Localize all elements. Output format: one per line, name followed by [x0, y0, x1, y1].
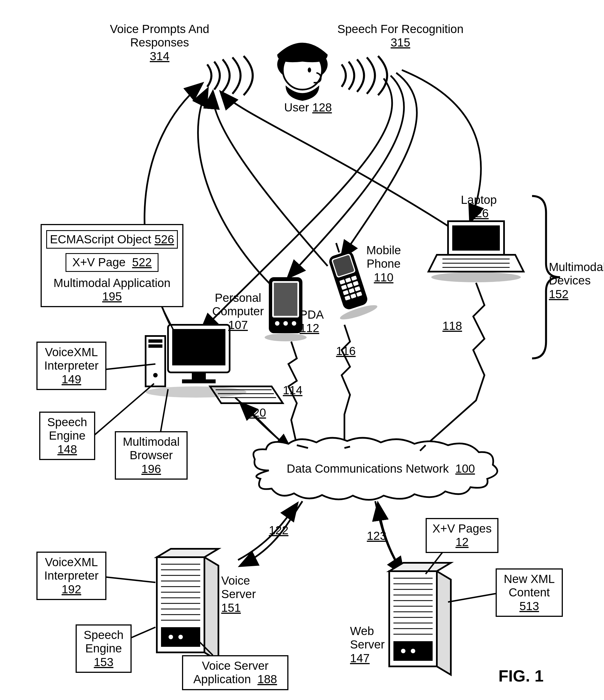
mobile-label: Mobile Phone110 [361, 244, 406, 284]
link-120: 120 [246, 406, 266, 420]
svg-line-73 [93, 383, 154, 437]
svg-rect-34 [148, 340, 162, 343]
svg-point-4 [431, 272, 521, 282]
link-118: 118 [443, 319, 462, 333]
web-server-icon [389, 563, 451, 675]
voice-server-label: Voice Server151 [221, 574, 269, 615]
pc-label: Personal Computer107 [207, 291, 269, 332]
svg-line-79 [448, 594, 496, 602]
cloud-label: Data Communications Network 100 [283, 462, 479, 475]
svg-point-36 [153, 373, 158, 377]
voice-prompts-label: Voice Prompts And Responses314 [81, 22, 238, 63]
ecmascript-object-box: ECMAScript Object 526 [46, 230, 178, 249]
svg-point-70 [411, 649, 415, 653]
svg-point-37 [146, 386, 246, 398]
soundwave-right-icon [342, 56, 387, 95]
svg-point-69 [401, 649, 405, 653]
svg-line-75 [104, 577, 155, 582]
svg-rect-31 [192, 372, 206, 379]
speech-engine-153-box: Speech Engine153 [76, 624, 132, 673]
pda-label: PDA112 [300, 308, 333, 335]
xv-page-box: X+V Page 522 [66, 253, 158, 272]
svg-rect-35 [148, 344, 162, 348]
voice-server-app-box: Voice Server Application 188 [182, 655, 288, 690]
voicexml-interpreter-149-box: VoiceXML Interpreter149 [36, 342, 106, 390]
svg-rect-24 [274, 283, 297, 316]
link-114: 114 [283, 383, 302, 397]
svg-point-25 [275, 321, 279, 326]
svg-point-27 [292, 321, 296, 326]
voice-server-icon [157, 549, 219, 661]
multimodal-app-box: ECMAScript Object 526 X+V Page 522 Multi… [41, 224, 183, 307]
svg-rect-30 [172, 329, 225, 366]
link-122: 122 [269, 524, 288, 537]
pc-icon [146, 325, 283, 403]
svg-line-20 [336, 243, 339, 252]
multimodal-app-label: Multimodal Application195 [46, 276, 178, 303]
multimodal-devices-label: Multimodal Devices152 [549, 260, 604, 301]
new-xml-content-box: New XML Content513 [496, 568, 563, 617]
svg-rect-32 [182, 379, 216, 383]
xv-pages-box: X+V Pages12 [426, 518, 498, 553]
svg-rect-3 [452, 225, 500, 251]
laptop-icon [428, 221, 524, 282]
figure-label: FIG. 1 [498, 667, 544, 685]
web-server-label: Web Server147 [350, 624, 395, 665]
svg-point-54 [169, 635, 173, 639]
svg-point-26 [283, 321, 288, 326]
user-label: User 128 [277, 101, 339, 114]
link-123: 123 [367, 529, 386, 543]
speech-engine-148-box: Speech Engine148 [39, 411, 95, 460]
svg-rect-33 [146, 336, 165, 386]
svg-point-55 [178, 635, 183, 639]
user-icon [277, 43, 328, 101]
speech-rec-label: Speech For Recognition315 [333, 22, 468, 50]
voicexml-interpreter-192-box: VoiceXML Interpreter192 [36, 552, 106, 600]
laptop-label: Laptop126 [454, 193, 504, 220]
diagram-canvas: Voice Prompts And Responses314 Speech Fo… [0, 0, 604, 700]
multimodal-browser-box: Multimodal Browser196 [115, 431, 187, 480]
link-116: 116 [336, 344, 356, 358]
svg-point-2 [308, 68, 311, 73]
